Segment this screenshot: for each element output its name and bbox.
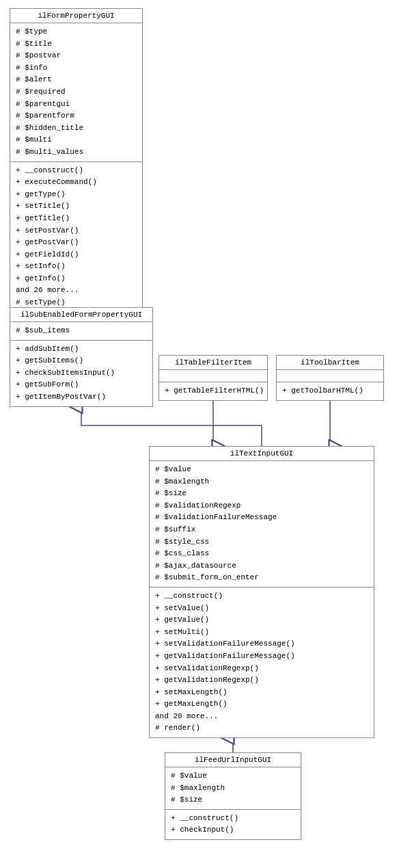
ilSubEnabledFormPropertyGUI-methods: + addSubItem() + getSubItems() + checkSu… <box>10 341 152 406</box>
attr-info: # $info <box>16 62 137 75</box>
method-construct3: + __construct() <box>171 813 295 825</box>
method-setValidationRegexp: + setValidationRegexp() <box>155 663 368 675</box>
method-getTableFilterHTML: + getTableFilterHTML() <box>165 385 262 397</box>
ilToolbarItem-attributes <box>277 370 383 382</box>
method-setValue: + setValue() <box>155 603 368 615</box>
method-construct: + __construct() <box>16 165 137 177</box>
method-getType: + getType() <box>16 189 137 201</box>
ilTextInputGUI-box: ilTextInputGUI # $value # $maxlength # $… <box>149 446 374 738</box>
attr-size: # $size <box>155 488 368 500</box>
ilTableFilterItem-title: ilTableFilterItem <box>159 356 267 370</box>
method-getSubForm: + getSubForm() <box>16 379 147 391</box>
attr-value: # $value <box>155 464 368 476</box>
method-checkSubItemsInput: + checkSubItemsInput() <box>16 367 147 380</box>
method-getValidationRegexp: + getValidationRegexp() <box>155 674 368 687</box>
method-getTitle: + getTitle() <box>16 213 137 225</box>
method-render: # render() <box>155 722 368 735</box>
attr-css-class: # $css_class <box>155 548 368 560</box>
method-checkInput: + checkInput() <box>171 824 295 837</box>
method-getItemByPostVar: + getItemByPostVar() <box>16 391 147 404</box>
ilFeedUrlInputGUI-box: ilFeedUrlInputGUI # $value # $maxlength … <box>165 752 301 840</box>
attr-hidden-title: # $hidden_title <box>16 122 137 135</box>
method-getValue: + getValue() <box>155 614 368 627</box>
ilTableFilterItem-box: ilTableFilterItem + getTableFilterHTML() <box>159 355 268 401</box>
ilToolbarItem-title: ilToolbarItem <box>277 356 383 370</box>
method-getMaxLength: + getMaxLength() <box>155 698 368 711</box>
attr-parentform: # $parentform <box>16 110 137 122</box>
method-setMulti: + setMulti() <box>155 627 368 639</box>
ilFormPropertyGUI-attributes: # $type # $title # $postvar # $info # $a… <box>10 23 142 162</box>
attr-multi: # $multi <box>16 134 137 146</box>
attr-maxlength2: # $maxlength <box>171 782 295 795</box>
ilToolbarItem-methods: + getToolbarHTML() <box>277 382 383 400</box>
method-getValidationFailureMessage: + getValidationFailureMessage() <box>155 650 368 663</box>
attr-postvar: # $postvar <box>16 50 137 62</box>
method-setPostVar: + setPostVar() <box>16 225 137 237</box>
attr-parentgui: # $parentgui <box>16 98 137 111</box>
ilFormPropertyGUI-box: ilFormPropertyGUI # $type # $title # $po… <box>10 8 143 324</box>
attr-type: # $type <box>16 26 137 38</box>
method-addSubItem: + addSubItem() <box>16 343 147 356</box>
attr-ajax-datasource: # $ajax_datasource <box>155 560 368 573</box>
ilFeedUrlInputGUI-attributes: # $value # $maxlength # $size <box>165 767 301 810</box>
ilSubEnabledFormPropertyGUI-title: ilSubEnabledFormPropertyGUI <box>10 308 152 322</box>
ilTableFilterItem-methods: + getTableFilterHTML() <box>159 382 267 400</box>
attr-required: # $required <box>16 86 137 98</box>
method-getToolbarHTML: + getToolbarHTML() <box>282 385 378 397</box>
ilSubEnabledFormPropertyGUI-box: ilSubEnabledFormPropertyGUI # $sub_items… <box>10 307 153 407</box>
attr-alert: # $alert <box>16 74 137 86</box>
attr-multi-values: # $multi_values <box>16 146 137 159</box>
ilTableFilterItem-attributes <box>159 370 267 382</box>
attr-suffix: # $suffix <box>155 524 368 536</box>
attr-validationFailureMessage: # $validationFailureMessage <box>155 512 368 524</box>
method-setInfo: + setInfo() <box>16 261 137 273</box>
method-getFieldId: + getFieldId() <box>16 249 137 261</box>
attr-title: # $title <box>16 38 137 51</box>
method-and-more: and 26 more... <box>16 285 137 297</box>
method-getSubItems: + getSubItems() <box>16 355 147 367</box>
ilTextInputGUI-attributes: # $value # $maxlength # $size # $validat… <box>150 461 374 588</box>
method-setTitle: + setTitle() <box>16 200 137 213</box>
attr-maxlength: # $maxlength <box>155 476 368 488</box>
ilToolbarItem-box: ilToolbarItem + getToolbarHTML() <box>276 355 384 401</box>
method-getPostVar: + getPostVar() <box>16 237 137 249</box>
method-and-20-more: and 20 more... <box>155 711 368 723</box>
ilFormPropertyGUI-methods: + __construct() + executeCommand() + get… <box>10 162 142 324</box>
ilSubEnabledFormPropertyGUI-attributes: # $sub_items <box>10 322 152 341</box>
method-executeCommand: + executeCommand() <box>16 176 137 189</box>
attr-validationRegexp: # $validationRegexp <box>155 500 368 512</box>
attr-style-css: # $style_css <box>155 536 368 549</box>
ilTextInputGUI-methods: + __construct() + setValue() + getValue(… <box>150 588 374 737</box>
attr-size2: # $size <box>171 794 295 806</box>
method-getInfo: + getInfo() <box>16 273 137 285</box>
method-setValidationFailureMessage: + setValidationFailureMessage() <box>155 638 368 650</box>
ilFeedUrlInputGUI-title: ilFeedUrlInputGUI <box>165 753 301 767</box>
attr-value2: # $value <box>171 770 295 782</box>
attr-sub-items: # $sub_items <box>16 325 147 337</box>
attr-submit-form-on-enter: # $submit_form_on_enter <box>155 572 368 584</box>
ilFeedUrlInputGUI-methods: + __construct() + checkInput() <box>165 810 301 839</box>
ilFormPropertyGUI-title: ilFormPropertyGUI <box>10 9 142 23</box>
diagram-container: ilFormPropertyGUI # $type # $title # $po… <box>0 0 399 868</box>
ilTextInputGUI-title: ilTextInputGUI <box>150 447 374 461</box>
method-setMaxLength: + setMaxLength() <box>155 687 368 699</box>
method-construct2: + __construct() <box>155 590 368 603</box>
